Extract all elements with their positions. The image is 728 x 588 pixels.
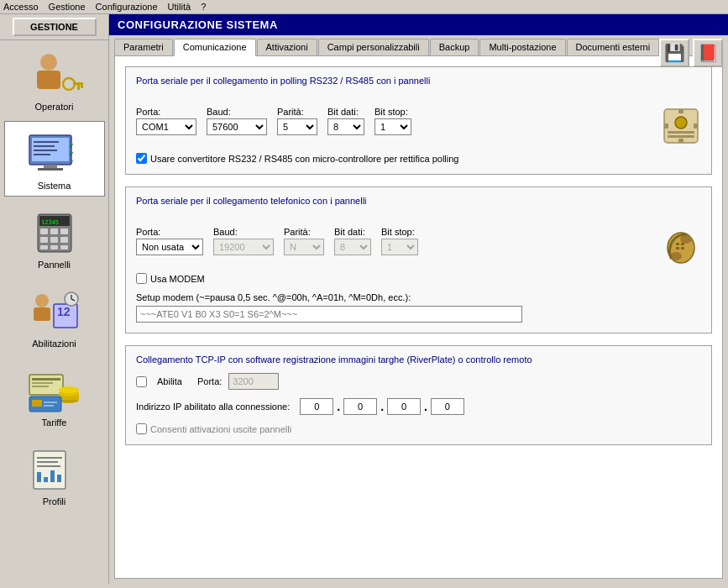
save-button[interactable]: 💾 (659, 39, 689, 67)
help-button[interactable]: 📕 (693, 39, 723, 67)
polling-bitstop-group: Bit stop: 1 2 (374, 107, 411, 135)
tcp-ip-octet-2[interactable] (343, 398, 377, 415)
telefono-phone-icon (661, 226, 701, 268)
svg-rect-4 (81, 85, 83, 88)
section-telefono-title: Porta seriale per il collegamento telefo… (136, 196, 701, 206)
tab-multi-postazione[interactable]: Multi-postazione (479, 39, 565, 55)
svg-point-0 (40, 54, 57, 71)
setup-modem-input[interactable] (136, 306, 522, 323)
polling-bitdati-label: Bit dati: (327, 107, 364, 117)
toolbar-icons: 💾 📕 (659, 39, 723, 67)
telefono-porta-select[interactable]: Non usata COM1 COM2 COM3 (136, 239, 203, 255)
sidebar-item-abilitazioni[interactable]: 12 Abilitazioni (4, 279, 105, 354)
tab-attivazioni[interactable]: Attivazioni (257, 39, 317, 55)
svg-rect-59 (668, 135, 694, 138)
svg-rect-52 (37, 472, 41, 482)
sistema-icon: ✓ ✓ ✓ (21, 129, 88, 179)
telefono-bitdati-select[interactable]: 7 8 (334, 239, 371, 255)
polling-baud-select[interactable]: 9600 19200 38400 57600 115200 (207, 118, 267, 135)
svg-rect-49 (37, 457, 62, 459)
tcp-ip-row: Indirizzo IP abilitato alla connessione:… (136, 398, 701, 415)
sidebar-item-pannelli[interactable]: 12345 Pannelli (4, 200, 105, 276)
telefono-baud-select[interactable]: 9600 19200 38400 57600 (213, 239, 274, 255)
telefono-parita-group: Parità: N E O (284, 227, 324, 255)
telefono-baud-label: Baud: (213, 227, 274, 237)
modem-checkbox-label: Usa MODEM (150, 274, 205, 284)
svg-rect-54 (50, 470, 55, 482)
tab-documenti-esterni[interactable]: Documenti esterni (567, 39, 660, 55)
polling-baud-group: Baud: 9600 19200 38400 57600 115200 (207, 107, 267, 135)
polling-baud-label: Baud: (207, 107, 267, 117)
abilitazioni-icon: 12 (21, 286, 88, 337)
polling-bitdati-select[interactable]: 7 8 (327, 118, 364, 135)
menu-help[interactable]: ? (201, 2, 206, 12)
svg-text:12345: 12345 (41, 219, 59, 226)
tcp-ip-label: Indirizzo IP abilitato alla connessione: (136, 402, 290, 412)
svg-rect-62 (664, 123, 668, 129)
tab-campi-personalizzabili[interactable]: Campi personalizzabili (318, 39, 429, 55)
svg-rect-70 (681, 247, 684, 249)
tcp-porta-input[interactable] (228, 373, 279, 390)
telefono-parita-select[interactable]: N E O (284, 239, 324, 255)
menu-utilita[interactable]: Utilità (168, 2, 191, 12)
telefono-form-row: Porta: Non usata COM1 COM2 COM3 Baud: 96… (136, 214, 701, 268)
svg-rect-36 (29, 375, 63, 395)
setup-modem-label: Setup modem (~=pausa 0,5 sec. ^@=00h, ^A… (136, 292, 701, 302)
svg-rect-69 (676, 247, 679, 249)
pannelli-icon: 12345 (21, 207, 88, 258)
polling-porta-group: Porta: COM1 COM2 COM3 COM4 (136, 107, 196, 135)
svg-rect-47 (44, 405, 54, 407)
polling-porta-select[interactable]: COM1 COM2 COM3 COM4 (136, 118, 196, 135)
telefono-porta-group: Porta: Non usata COM1 COM2 COM3 (136, 227, 203, 255)
polling-bitdati-group: Bit dati: 7 8 (327, 107, 364, 135)
svg-rect-25 (60, 237, 68, 243)
polling-settings-icon (661, 106, 701, 148)
sidebar-item-operatori[interactable]: Operatori (4, 42, 105, 118)
menu-gestione[interactable]: Gestione (49, 2, 86, 12)
modem-checkbox[interactable] (136, 273, 147, 284)
svg-rect-46 (44, 402, 57, 403)
tcp-ip-octet-4[interactable] (431, 398, 464, 415)
svg-rect-13 (38, 168, 63, 171)
menu-accesso[interactable]: Accesso (3, 2, 39, 12)
tab-parametri[interactable]: Parametri (114, 39, 173, 55)
menu-configurazione[interactable]: Configurazione (96, 2, 158, 12)
svg-rect-23 (40, 237, 48, 243)
svg-rect-39 (32, 386, 49, 387)
sidebar-item-profili[interactable]: Profili (4, 437, 105, 512)
svg-point-43 (59, 386, 79, 393)
svg-rect-3 (73, 82, 83, 85)
sidebar-item-sistema[interactable]: ✓ ✓ ✓ Sistema (4, 121, 105, 197)
tabs-container: Parametri Comunicazione Attivazioni Camp… (114, 39, 723, 55)
tcp-abilita-checkbox[interactable] (136, 376, 147, 387)
svg-point-29 (35, 294, 49, 307)
tcp-abilita-label: Abilita (157, 376, 182, 386)
tcp-abilita-row: Abilita Porta: (136, 373, 701, 390)
tab-backup[interactable]: Backup (430, 39, 479, 55)
tcp-ip-octet-1[interactable] (300, 398, 333, 415)
section-tcp: Collegamento TCP-IP con software registr… (125, 345, 712, 445)
svg-rect-8 (34, 141, 59, 143)
tcp-consenti-checkbox[interactable] (136, 423, 147, 434)
profili-label: Profili (43, 496, 66, 507)
gestione-button[interactable]: GESTIONE (13, 18, 97, 36)
rs485-checkbox[interactable] (136, 153, 147, 164)
dot-1: . (337, 400, 340, 413)
sidebar-item-tariffe[interactable]: Tariffe (4, 358, 105, 433)
svg-rect-27 (50, 245, 58, 249)
tcp-ip-octet-3[interactable] (387, 398, 421, 415)
polling-porta-label: Porta: (136, 107, 196, 117)
svg-rect-55 (57, 475, 61, 482)
dot-3: . (424, 400, 427, 413)
telefono-bitstop-select[interactable]: 1 2 (381, 239, 418, 255)
svg-rect-63 (694, 123, 698, 129)
tab-comunicazione[interactable]: Comunicazione (174, 39, 256, 56)
title-bar: CONFIGURAZIONE SISTEMA (109, 14, 728, 35)
polling-bitstop-select[interactable]: 1 2 (374, 118, 411, 135)
svg-rect-48 (34, 451, 65, 489)
telefono-bitdati-group: Bit dati: 7 8 (334, 227, 371, 255)
main-layout: GESTIONE Operatori (0, 14, 728, 584)
polling-parita-select[interactable]: N E O 5 (277, 118, 317, 135)
rs485-checkbox-label: Usare convertitore RS232 / RS485 con mic… (150, 154, 458, 164)
svg-rect-68 (681, 243, 684, 245)
